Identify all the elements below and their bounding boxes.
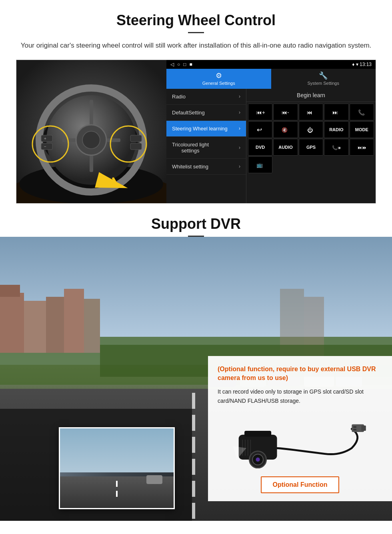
steering-subtitle: Your original car's steering wheel contr… <box>16 40 376 51</box>
begin-learn-row: Begin learn <box>246 89 376 102</box>
clock: 13:13 <box>360 62 372 67</box>
svg-text:−: − <box>44 144 46 149</box>
svg-text:⏮: ⏮ <box>307 109 312 116</box>
system-icon: 🔧 <box>319 71 328 80</box>
wifi-signal-icon: ♦ ▾ <box>352 62 360 67</box>
menu-default-label: DefaultSetting <box>172 110 205 116</box>
svg-rect-14 <box>41 143 52 150</box>
ctrl-mode[interactable]: MODE <box>350 121 374 138</box>
chevron-right-icon: › <box>239 94 240 99</box>
menu-list: Radio › DefaultSetting › Steering Wheel … <box>166 89 246 203</box>
optional-function-button[interactable]: Optional Function <box>261 476 340 493</box>
settings-gear-icon: ⚙ <box>216 71 222 80</box>
steering-photo-bg: + − ➜ <box>16 60 166 204</box>
dvr-section: Support DVR <box>0 204 392 521</box>
svg-text:+: + <box>44 136 46 141</box>
svg-rect-45 <box>192 393 195 409</box>
ctrl-mute[interactable]: 🔇 <box>273 121 298 138</box>
ctrl-vol-up[interactable]: ⏮+ <box>248 104 272 120</box>
status-time: ♦ ▾ 13:13 <box>352 62 372 67</box>
svg-rect-48 <box>192 459 195 475</box>
dvr-header: Support DVR <box>0 204 392 237</box>
svg-text:⏮-: ⏮- <box>282 109 289 116</box>
dvr-body: (Optional function, require to buy exter… <box>0 237 392 521</box>
svg-rect-49 <box>192 481 195 497</box>
controls-grid: ⏮+ ⏮- ⏮ ⏭ 📞 <box>246 102 376 175</box>
android-statusbar: ◁ ○ □ ■ ♦ ▾ 13:13 <box>166 60 376 69</box>
menu-whitelist-label: Whitelist setting <box>172 164 208 170</box>
ctrl-phone-prev[interactable]: 📞⏮ <box>324 139 348 156</box>
dvr-inset-screen <box>59 427 175 509</box>
menu-steering-label: Steering Wheel learning <box>172 126 228 132</box>
steering-title: Steering Wheel Control <box>16 12 376 29</box>
android-content: Radio › DefaultSetting › Steering Wheel … <box>166 89 376 203</box>
svg-rect-13 <box>41 135 52 142</box>
ctrl-power[interactable]: ⏻ <box>299 121 323 138</box>
dvr-optional-text: (Optional function, require to buy exter… <box>218 365 382 383</box>
menu-item-whitelist[interactable]: Whitelist setting › <box>166 159 246 175</box>
ctrl-next-combo[interactable]: ⏭⏭ <box>350 139 374 156</box>
ctrl-dvd[interactable]: DVD <box>248 139 272 156</box>
svg-rect-41 <box>84 299 100 353</box>
tab-system-settings[interactable]: 🔧 System Settings <box>271 69 376 89</box>
home-icon: ○ <box>177 62 180 67</box>
svg-rect-37 <box>0 285 20 297</box>
ctrl-extra[interactable]: 📺 <box>248 156 272 173</box>
chevron-right-icon-2: › <box>239 110 240 115</box>
svg-text:⏭⏭: ⏭⏭ <box>358 145 366 150</box>
chevron-right-icon-3: › <box>239 126 240 131</box>
dvr-description: It can record video only to storage in G… <box>218 387 382 405</box>
menu-item-steering-learning[interactable]: Steering Wheel learning › <box>166 121 246 137</box>
ctrl-next-track[interactable]: ⏭ <box>324 104 348 120</box>
begin-learn-button[interactable]: Begin learn <box>297 92 325 98</box>
menu-item-tricoloured[interactable]: Tricoloured lightsettings › <box>166 137 246 159</box>
dvr-camera-svg <box>218 412 382 468</box>
svg-text:⏭: ⏭ <box>332 109 338 116</box>
steering-composite: + − ➜ ◁ ○ <box>16 60 376 204</box>
back-icon: ◁ <box>170 62 174 67</box>
steering-section: Steering Wheel Control Your original car… <box>0 0 392 204</box>
ctrl-audio[interactable]: AUDIO <box>273 139 298 156</box>
inset-car <box>146 475 162 484</box>
recents-icon: □ <box>183 62 186 67</box>
svg-rect-40 <box>64 289 84 353</box>
status-icons: ◁ ○ □ ■ <box>170 62 192 67</box>
svg-rect-60 <box>353 426 356 428</box>
android-tabs: ⚙ General Settings 🔧 System Settings <box>166 69 376 89</box>
ctrl-gps[interactable]: GPS <box>299 139 323 156</box>
ctrl-prev-track[interactable]: ⏮ <box>299 104 323 120</box>
steering-photo: + − ➜ <box>16 60 166 204</box>
svg-rect-38 <box>24 301 46 353</box>
menu-item-defaultsetting[interactable]: DefaultSetting › <box>166 105 246 121</box>
svg-text:📞⏮: 📞⏮ <box>332 145 341 150</box>
android-panel: ◁ ○ □ ■ ♦ ▾ 13:13 ⚙ General Settings 🔧 <box>166 60 376 203</box>
dvr-info-card: (Optional function, require to buy exter… <box>208 356 392 502</box>
svg-text:🔇: 🔇 <box>282 127 288 133</box>
svg-text:📞: 📞 <box>358 109 365 116</box>
svg-rect-36 <box>0 293 24 353</box>
svg-rect-18 <box>130 143 142 150</box>
svg-rect-39 <box>46 297 64 353</box>
ctrl-phone[interactable]: 📞 <box>350 104 374 120</box>
inset-road-line <box>116 481 118 500</box>
menu-item-radio[interactable]: Radio › <box>166 89 246 105</box>
inset-sky <box>60 428 174 472</box>
tab-system-label: System Settings <box>308 81 339 86</box>
title-divider-1 <box>188 32 204 33</box>
svg-rect-63 <box>244 431 271 436</box>
tab-general-settings[interactable]: ⚙ General Settings <box>166 69 271 89</box>
svg-rect-61 <box>353 429 356 431</box>
ctrl-vol-down[interactable]: ⏮- <box>273 104 298 120</box>
svg-rect-59 <box>361 426 366 431</box>
dvr-camera-illustration <box>218 412 382 468</box>
ctrl-radio[interactable]: RADIO <box>324 121 348 138</box>
svg-rect-46 <box>192 415 195 431</box>
menu-tricoloured-label: Tricoloured lightsettings <box>172 142 209 154</box>
dvr-inset-inner <box>60 428 174 508</box>
svg-rect-17 <box>130 135 142 142</box>
svg-rect-50 <box>192 503 195 519</box>
dvr-title: Support DVR <box>16 216 376 232</box>
chevron-right-icon-4: › <box>239 145 240 150</box>
svg-point-71 <box>256 458 260 462</box>
ctrl-back[interactable]: ↩ <box>248 121 272 138</box>
